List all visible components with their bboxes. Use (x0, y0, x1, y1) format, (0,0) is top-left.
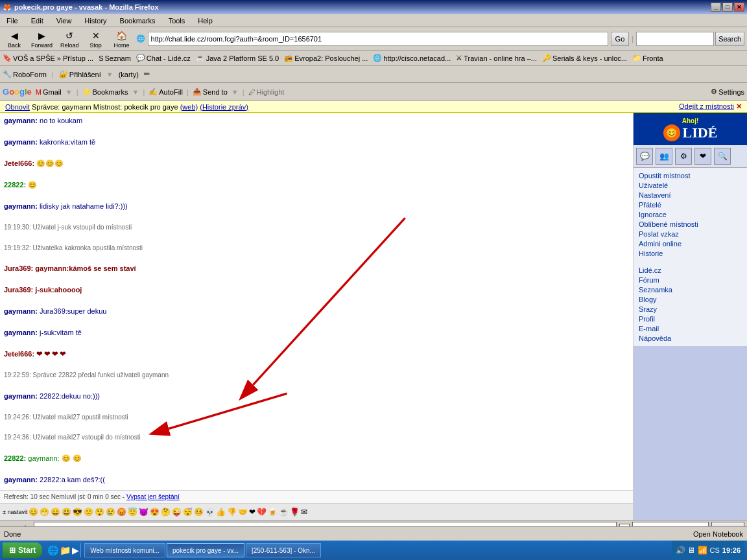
forward-button[interactable]: ▶ Forward (29, 28, 55, 50)
history-link[interactable]: (Historie zpráv) (200, 103, 248, 111)
refresh-button[interactable]: Obnovit (5, 103, 30, 111)
autofill-button[interactable]: ✍ AutoFill (148, 88, 183, 96)
emoji-6[interactable]: 🙁 (84, 508, 93, 517)
emoji-25[interactable]: 🌹 (290, 508, 300, 517)
sidebar-friends[interactable]: Přátelé (639, 201, 742, 209)
sidebar-help[interactable]: Nápověda (639, 334, 742, 342)
sendto-button[interactable]: 📤 Send to (193, 88, 228, 96)
emoji-17[interactable]: 💀 (205, 508, 215, 517)
emoji-10[interactable]: 😇 (128, 508, 137, 517)
reload-button[interactable]: ↺ Reload (58, 28, 82, 50)
emoji-15[interactable]: 😴 (183, 508, 193, 517)
emoji-21[interactable]: ❤ (249, 508, 255, 517)
menu-edit[interactable]: Edit (27, 16, 47, 26)
leave-room-link[interactable]: Odejít z místnosti (679, 102, 734, 110)
sidebar-admins-online[interactable]: Admini online (639, 240, 742, 248)
menu-view[interactable]: View (53, 16, 76, 26)
emoji-1[interactable]: 😊 (29, 508, 38, 517)
bookmark-travian[interactable]: ⚔ Travian - online hra –... (456, 54, 537, 62)
bookmark-java[interactable]: ☕ Java 2 Platform SE 5.0 (196, 54, 279, 62)
emoji-18[interactable]: 👍 (216, 508, 226, 517)
room-web-link[interactable]: (web) (180, 103, 198, 111)
window-controls[interactable]: _ □ ✕ (711, 3, 744, 12)
bookmark-serials[interactable]: 🔑 Serials & keys - unloc... (542, 54, 627, 62)
minimize-button[interactable]: _ (711, 3, 721, 12)
bookmark-vos[interactable]: 🔖 VOŠ a SPŠE » Přístup ... (3, 54, 93, 62)
taskbar-quick-ie[interactable]: 🌐 (47, 545, 58, 555)
bookmarks-button[interactable]: ⭐ Bookmarks (82, 88, 128, 96)
sidebar-profile[interactable]: Profil (639, 315, 742, 323)
start-button[interactable]: ⊞ Start (3, 542, 42, 558)
login-item[interactable]: 🔐 Přihlášení (59, 70, 101, 78)
sidebar-email[interactable]: E-mail (639, 325, 742, 332)
sidebar-forum[interactable]: Fórum (639, 276, 742, 284)
emoji-22[interactable]: 💔 (257, 508, 267, 517)
emoji-4[interactable]: 😃 (62, 508, 71, 517)
bookmark-chat[interactable]: 💬 Chat - Lidé.cz (136, 54, 191, 62)
sidebar-chat-icon[interactable]: 💬 (636, 148, 653, 165)
close-button[interactable]: ✕ (734, 3, 744, 12)
edit-item[interactable]: ✏ (144, 70, 150, 78)
sidebar-settings-icon[interactable]: ⚙ (675, 148, 692, 165)
sidebar-settings[interactable]: Nastavení (639, 191, 742, 199)
back-button[interactable]: ◀ Back (3, 28, 26, 50)
emoji-16[interactable]: 🤒 (194, 508, 204, 517)
sidebar-users[interactable]: Uživatelé (639, 181, 742, 189)
go-button[interactable]: Go (611, 32, 630, 46)
menu-file[interactable]: File (3, 16, 22, 26)
emoji-23[interactable]: 🍺 (268, 508, 278, 517)
address-input[interactable] (148, 32, 608, 46)
emoji-19[interactable]: 👎 (227, 508, 237, 517)
whisper-link[interactable]: Vypsat jen šeptání (126, 493, 180, 500)
roboform-item[interactable]: 🔧 RoboForm (3, 70, 47, 78)
sidebar-meetings[interactable]: Srazy (639, 305, 742, 313)
sidebar-heart-icon[interactable]: ❤ (694, 148, 711, 165)
sidebar-lide-cz[interactable]: Lidé.cz (639, 266, 742, 274)
emoji-11[interactable]: 😈 (139, 508, 148, 517)
sidebar-dating[interactable]: Seznamka (639, 286, 742, 294)
sidebar-blogs[interactable]: Blogy (639, 296, 742, 303)
sidebar-send-msg[interactable]: Poslat vzkaz (639, 230, 742, 238)
sidebar-search-icon[interactable]: 🔍 (714, 148, 731, 165)
sidebar-ignore[interactable]: Ignorace (639, 211, 742, 218)
settings-button[interactable]: ⚙ Settings (711, 88, 744, 96)
bookmark-evropa[interactable]: 📻 Evropa2: Poslouchej ... (284, 54, 368, 62)
sidebar-users-icon[interactable]: 👥 (656, 148, 672, 165)
emoji-24[interactable]: ☕ (279, 508, 289, 517)
emoji-20[interactable]: 🤝 (238, 508, 248, 517)
emoji-7[interactable]: 😲 (95, 508, 104, 517)
menu-bookmarks[interactable]: Bookmarks (116, 16, 160, 26)
menu-tools[interactable]: Tools (165, 16, 189, 26)
taskbar-item-2[interactable]: [250-611-563] - Okn... (246, 543, 321, 557)
gmail-button[interactable]: M Gmail (36, 88, 62, 96)
close-chat-icon[interactable]: ✕ (736, 102, 742, 110)
stop-button[interactable]: ✕ Stop (84, 28, 108, 50)
emoji-13[interactable]: 🤔 (161, 508, 171, 517)
emoji-14[interactable]: 😜 (172, 508, 182, 517)
taskbar-item-1[interactable]: pokecik pro gaye - vv... (167, 543, 244, 557)
menu-help[interactable]: Help (194, 16, 217, 26)
bookmark-fronta[interactable]: 📁 Fronta (632, 54, 663, 62)
taskbar-quick-folder[interactable]: 📁 (60, 545, 71, 555)
home-button[interactable]: 🏠 Home (110, 28, 134, 50)
open-notebook-button[interactable]: Open Notebook (693, 530, 743, 538)
bookmark-seznam[interactable]: S Seznam (99, 54, 131, 62)
highlight-button[interactable]: 🖊 Highlight (248, 88, 285, 96)
taskbar-quick-media[interactable]: ▶ (72, 545, 79, 555)
sidebar-fav-rooms[interactable]: Oblíbené místnosti (639, 220, 742, 228)
search-input[interactable] (636, 32, 714, 46)
emoji-9[interactable]: 😡 (117, 508, 126, 517)
bookmark-cisco[interactable]: 🌐 http://cisco.netacad... (373, 54, 451, 62)
emoji-3[interactable]: 😄 (51, 508, 60, 517)
emoji-8[interactable]: 😢 (106, 508, 115, 517)
taskbar-item-0[interactable]: Web místnosti komuni... (84, 543, 165, 557)
search-button[interactable]: Search (715, 32, 744, 46)
emoji-2[interactable]: 😁 (40, 508, 49, 517)
emoji-5[interactable]: 😎 (73, 508, 82, 517)
emoji-12[interactable]: 😍 (150, 508, 160, 517)
cards-item[interactable]: (karty) (119, 71, 139, 78)
menu-history[interactable]: History (80, 16, 110, 26)
sidebar-leave-room[interactable]: Opustit místnost (639, 172, 742, 180)
sidebar-history[interactable]: Historie (639, 250, 742, 257)
maximize-button[interactable]: □ (722, 3, 733, 12)
